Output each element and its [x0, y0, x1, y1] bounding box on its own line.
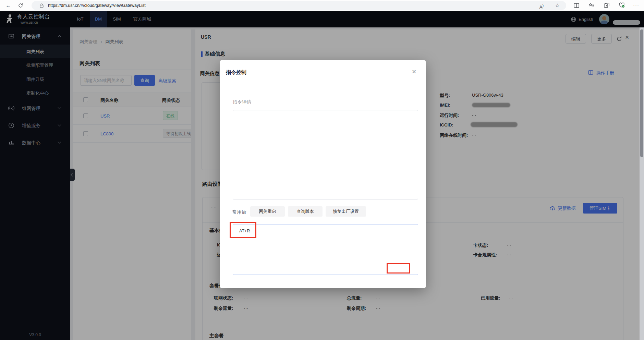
- split-screen-icon[interactable]: [573, 2, 580, 9]
- command-control-modal: 指令控制 ✕ 指令详情 常用语 网关重启 查询版本 恢复出厂设置 AT+R 发送: [220, 60, 426, 288]
- modal-title: 指令控制: [226, 69, 246, 76]
- collections-icon[interactable]: [603, 2, 610, 9]
- page-scrollbar[interactable]: [640, 27, 644, 340]
- read-aloud-icon[interactable]: A): [538, 2, 545, 9]
- scrollbar-thumb[interactable]: [640, 29, 643, 157]
- browser-essentials-icon[interactable]: [618, 2, 625, 9]
- favorite-star-icon[interactable]: ☆: [554, 2, 561, 9]
- favorites-bar-icon[interactable]: [588, 2, 595, 9]
- command-detail-label: 指令详情: [233, 99, 251, 105]
- phrase-factory-reset[interactable]: 恢复出厂设置: [326, 206, 366, 217]
- phrase-query-version[interactable]: 查询版本: [288, 206, 323, 217]
- browser-bar: ← https://dm.usr.cn/#/cloud/gateway/View…: [0, 0, 644, 11]
- annotation-box-command: [230, 222, 256, 238]
- modal-close-icon[interactable]: ✕: [411, 69, 417, 75]
- url-text: https://dm.usr.cn/#/cloud/gateway/ViewGa…: [48, 3, 146, 8]
- phrase-gateway-restart[interactable]: 网关重启: [250, 206, 285, 217]
- address-bar[interactable]: https://dm.usr.cn/#/cloud/gateway/ViewGa…: [32, 1, 566, 10]
- browser-refresh-icon[interactable]: [17, 2, 24, 9]
- screen: ← https://dm.usr.cn/#/cloud/gateway/View…: [0, 0, 644, 340]
- lock-icon: [40, 3, 44, 8]
- common-phrases-label: 常用语: [232, 209, 246, 215]
- browser-back-icon[interactable]: ←: [5, 2, 12, 9]
- browser-menu-icon[interactable]: ···: [633, 2, 640, 9]
- annotation-box-send: [387, 263, 410, 274]
- command-detail-textarea[interactable]: [233, 110, 418, 199]
